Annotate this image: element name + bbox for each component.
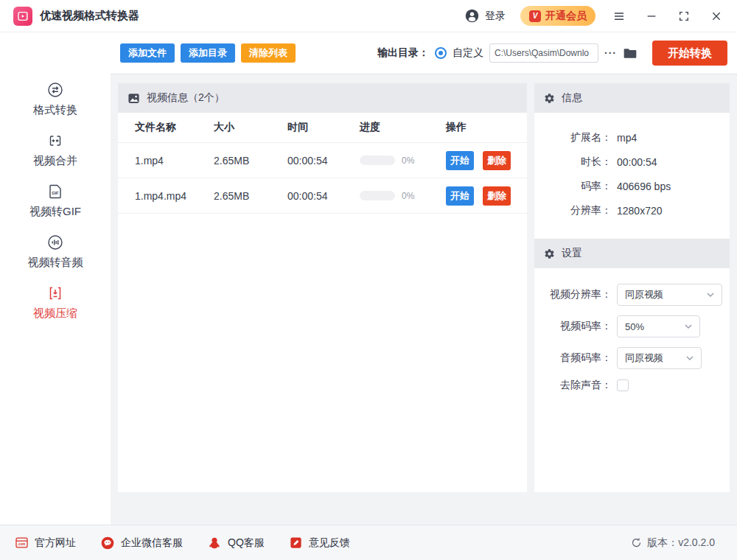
footer-link-label: 官方网址 [35,536,76,550]
open-vip-button[interactable]: V 开通会员 [520,6,595,26]
version-info: 版本：v2.0.2.0 [631,536,715,550]
convert-icon [46,81,64,99]
sidebar-item-video-to-gif[interactable]: GIF 视频转GIF [0,175,111,226]
sidebar: 格式转换 视频合并 GIF 视频转GIF [0,32,111,525]
row-start-button[interactable]: 开始 [446,186,474,206]
field-label: 码率： [534,180,612,193]
select-value: 同原视频 [625,351,663,365]
video-bitrate-select[interactable]: 50% [617,315,700,337]
progress-percent: 0% [402,155,414,166]
feedback-icon [289,536,303,550]
audio-bitrate-select[interactable]: 同原视频 [617,347,702,369]
info-row: 时长： 00:00:54 [534,155,730,169]
sidebar-item-label: 视频压缩 [33,307,77,321]
col-time: 时间 [287,121,360,134]
qq-icon [207,536,222,550]
close-icon [710,10,722,22]
login-button[interactable]: 登录 [464,8,506,24]
sidebar-item-label: 视频合并 [33,154,77,168]
refresh-icon[interactable] [631,537,642,548]
sidebar-item-video-merge[interactable]: 视频合并 [0,125,111,175]
settings-panel-title: 设置 [562,247,582,260]
start-convert-button[interactable]: 开始转换 [652,41,727,66]
setting-label: 音频码率： [534,351,612,365]
info-row: 分辨率： 1280x720 [534,204,730,217]
field-label: 时长： [534,155,612,169]
maximize-icon [678,10,690,22]
feedback-link[interactable]: 意见反馈 [289,536,350,550]
setting-label: 视频码率： [534,320,612,333]
table-header-row: 文件名称 大小 时间 进度 操作 [118,113,527,143]
chevron-down-icon [707,293,714,297]
table-row: 1.mp4 2.65MB 00:00:54 0% 开始 删除 [118,143,527,178]
output-path-input[interactable] [489,43,598,63]
table-row: 1.mp4.mp4 2.65MB 00:00:54 0% 开始 删除 [118,178,527,214]
open-folder-button[interactable] [623,46,638,60]
merge-icon [46,132,64,150]
svg-text:GIF: GIF [52,191,59,195]
mute-label: 去除声音： [534,379,612,392]
custom-option-label: 自定义 [453,46,483,60]
setting-label: 视频分辨率： [534,288,612,301]
footer-link-label: 意见反馈 [309,536,350,550]
browse-more-button[interactable]: ··· [604,47,617,59]
sidebar-item-video-to-audio[interactable]: 视频转音频 [0,226,111,277]
settings-fields: 视频分辨率： 同原视频 视频码率： 50% [534,268,730,407]
image-icon [128,92,140,105]
output-dir-label: 输出目录： [377,46,429,60]
select-value: 同原视频 [625,288,663,301]
field-value: mp4 [617,132,637,144]
footer-link-label: QQ客服 [228,536,265,550]
gear-icon [544,248,555,259]
official-website-link[interactable]: .com 官方网址 [15,536,76,550]
compress-icon [46,284,64,302]
video-resolution-select[interactable]: 同原视频 [617,284,722,306]
setting-row: 音频码率： 同原视频 [534,347,730,369]
detail-panel: 信息 扩展名： mp4 时长： 00:00:54 码率： 406696 bps [534,83,730,492]
hamburger-icon [612,10,626,23]
file-name: 1.mp4.mp4 [135,190,214,202]
vip-label: 开通会员 [545,10,587,23]
wechat-icon [100,536,115,550]
progress-bar [360,155,395,165]
info-panel-title: 信息 [562,91,582,105]
close-button[interactable] [708,7,725,25]
menu-button[interactable] [610,7,628,25]
file-size: 2.65MB [214,190,287,202]
info-row: 扩展名： mp4 [534,131,730,144]
sidebar-item-format-convert[interactable]: 格式转换 [0,74,111,125]
custom-radio[interactable] [435,47,447,59]
clear-list-button[interactable]: 清除列表 [241,43,296,63]
file-size: 2.65MB [214,155,287,167]
col-actions: 操作 [446,121,527,134]
add-file-button[interactable]: 添加文件 [120,43,175,63]
wechat-service-link[interactable]: 企业微信客服 [100,536,183,550]
minimize-button[interactable] [643,7,660,25]
info-row: 码率： 406696 bps [534,180,730,193]
folder-icon [623,46,638,60]
chevron-down-icon [685,324,692,329]
app-title: 优速视频格式转换器 [40,9,139,23]
mute-checkbox[interactable] [617,379,629,391]
main-area: 添加文件 添加目录 清除列表 输出目录： 自定义 ··· 开始转换 [111,32,737,525]
file-time: 00:00:54 [287,190,360,202]
titlebar: 优速视频格式转换器 登录 V 开通会员 [0,0,737,32]
progress-percent: 0% [402,191,414,201]
col-size: 大小 [214,121,287,134]
sidebar-item-video-compress[interactable]: 视频压缩 [0,277,111,328]
file-time: 00:00:54 [287,155,360,167]
add-directory-button[interactable]: 添加目录 [181,43,235,63]
field-value: 1280x720 [617,205,663,217]
qq-service-link[interactable]: QQ客服 [207,536,265,550]
row-delete-button[interactable]: 删除 [483,186,511,206]
row-delete-button[interactable]: 删除 [483,151,511,170]
chevron-down-icon [686,356,694,360]
row-start-button[interactable]: 开始 [446,151,474,170]
info-fields: 扩展名： mp4 时长： 00:00:54 码率： 406696 bps 分辨率… [534,113,730,239]
field-label: 扩展名： [534,131,612,144]
progress-bar [360,191,395,200]
maximize-button[interactable] [675,7,693,25]
footer-link-label: 企业微信客服 [121,536,183,550]
file-panel-header: 视频信息（2个） [118,83,527,113]
col-progress: 进度 [360,121,446,134]
